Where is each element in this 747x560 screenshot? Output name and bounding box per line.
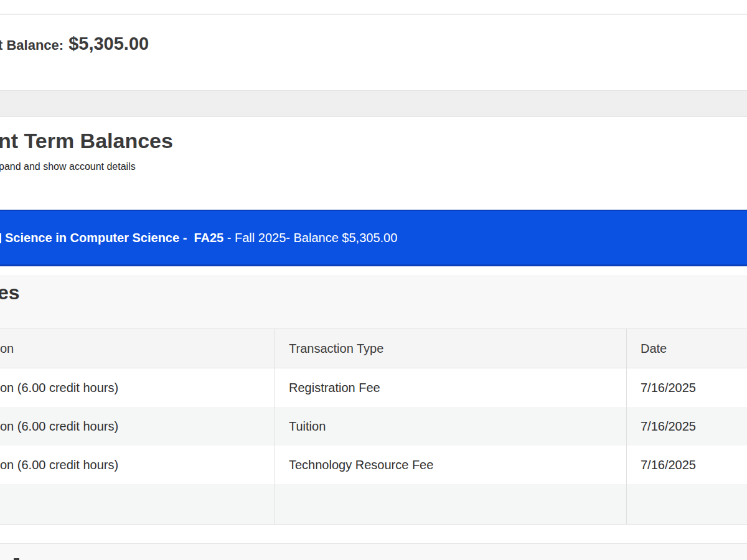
term-banner-title: Science in Computer Science - FA25 - Fal…	[5, 231, 397, 245]
cell-transaction-type: Tuition	[275, 407, 626, 446]
clipped-text-glyph	[0, 233, 1, 243]
column-header-date: Date	[626, 329, 747, 368]
cell-date	[626, 484, 747, 524]
table-row-empty	[0, 484, 747, 525]
column-header-description: on	[0, 329, 275, 368]
cell-description: on (6.00 credit hours)	[0, 407, 275, 446]
table-header-row: on Transaction Type Date	[0, 329, 747, 368]
column-header-transaction-type: Transaction Type	[275, 329, 626, 368]
charges-card: es on Transaction Type Date on (6.00 cre…	[0, 276, 747, 525]
cell-date: 7/16/2025	[626, 446, 747, 484]
charges-heading: es	[0, 280, 20, 305]
cell-description: on (6.00 credit hours)	[0, 446, 275, 484]
student-account-page: t Balance: $5,305.00 nt Term Balances pa…	[0, 0, 747, 560]
section-divider-band	[0, 90, 747, 117]
cell-date: 7/16/2025	[626, 368, 747, 407]
charges-table: on Transaction Type Date on (6.00 credit…	[0, 329, 747, 525]
cell-description: on (6.00 credit hours)	[0, 368, 275, 407]
cell-date: 7/16/2025	[626, 407, 747, 446]
term-banner-details: - Fall 2025- Balance $5,305.00	[223, 231, 397, 245]
term-accordion-bar[interactable]: Science in Computer Science - FA25 - Fal…	[0, 210, 747, 266]
cell-transaction-type	[275, 484, 626, 524]
table-row: on (6.00 credit hours) Technology Resour…	[0, 446, 747, 484]
next-section-card	[0, 543, 747, 560]
term-banner-program: Science in Computer Science - FA25	[5, 231, 223, 245]
account-balance: t Balance: $5,305.00	[0, 34, 149, 54]
term-balances-heading: nt Term Balances	[0, 128, 173, 153]
term-balances-subheading: pand and show account details	[0, 161, 136, 173]
account-balance-amount: $5,305.00	[68, 34, 149, 54]
cell-description	[0, 484, 275, 524]
account-balance-label: t Balance:	[0, 37, 63, 54]
table-row: on (6.00 credit hours) Registration Fee …	[0, 368, 747, 407]
top-divider	[0, 14, 747, 15]
table-row: on (6.00 credit hours) Tuition 7/16/2025	[0, 407, 747, 446]
cell-transaction-type: Registration Fee	[275, 368, 626, 407]
cell-transaction-type: Technology Resource Fee	[275, 446, 626, 484]
